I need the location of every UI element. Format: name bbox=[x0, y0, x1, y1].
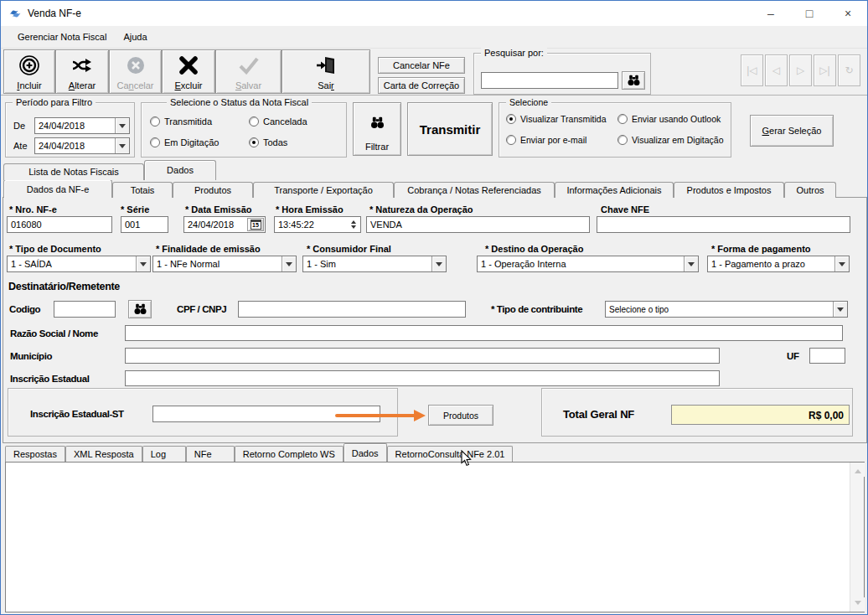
close-button[interactable]: × bbox=[829, 1, 867, 26]
tab-xml-resposta[interactable]: XML Resposta bbox=[65, 446, 142, 462]
tab-produtos[interactable]: Produtos bbox=[173, 182, 253, 198]
serie-input[interactable] bbox=[121, 216, 168, 233]
tab-lista-notas-fiscais[interactable]: Lista de Notas Fiscais bbox=[3, 163, 144, 180]
tab-dados[interactable]: Dados bbox=[144, 160, 216, 180]
tab-informacoes-adicionais[interactable]: Informações Adicionais bbox=[555, 182, 674, 198]
tab-log[interactable]: Log bbox=[142, 446, 186, 462]
vertical-scrollbar[interactable] bbox=[850, 463, 864, 612]
radio-icon bbox=[506, 135, 516, 145]
natureza-operacao-input[interactable] bbox=[366, 216, 590, 233]
cancelar-button[interactable]: Cancelar bbox=[109, 49, 162, 94]
alterar-button[interactable]: Alterar bbox=[55, 49, 109, 94]
tab-respostas[interactable]: Respostas bbox=[5, 446, 65, 462]
chevron-down-icon[interactable] bbox=[833, 302, 847, 317]
radio-icon bbox=[506, 114, 516, 124]
spin-up-icon[interactable] bbox=[347, 217, 360, 225]
chevron-down-icon[interactable] bbox=[136, 256, 150, 271]
main-tab-strip: Lista de Notas Fiscais Dados bbox=[3, 160, 216, 180]
ate-label: Ate bbox=[13, 141, 28, 151]
radio-enviar-email[interactable]: Enviar por e-mail bbox=[506, 135, 586, 145]
consumidor-final-select[interactable]: 1 - Sim bbox=[302, 256, 447, 272]
tipo-contribuinte-select[interactable]: Selecione o tipo bbox=[605, 301, 848, 318]
tab-outros[interactable]: Outros bbox=[784, 182, 836, 198]
tab-cobranca-notas-referenciadas[interactable]: Cobrança / Notas Referenciadas bbox=[394, 182, 555, 198]
chevron-down-icon[interactable] bbox=[834, 256, 849, 271]
chevron-down-icon[interactable] bbox=[115, 118, 129, 133]
codigo-label: Codigo bbox=[9, 304, 40, 314]
destino-operacao-select[interactable]: 1 - Operação Interna bbox=[477, 256, 699, 272]
radio-em-digitacao[interactable]: Em Digitação bbox=[150, 137, 219, 147]
radio-label: Em Digitação bbox=[164, 137, 219, 147]
add-circle-icon bbox=[18, 50, 40, 80]
date-from-picker[interactable]: 24/04/2018 bbox=[34, 117, 130, 134]
radio-icon bbox=[249, 137, 259, 147]
search-input[interactable] bbox=[481, 72, 618, 89]
nav-last-button[interactable]: ▷| bbox=[814, 54, 836, 86]
produtos-button[interactable]: Produtos bbox=[428, 405, 493, 426]
search-button[interactable] bbox=[622, 71, 645, 90]
total-geral-value: R$ 0,00 bbox=[671, 405, 850, 425]
uf-input[interactable] bbox=[809, 348, 845, 364]
nav-prior-button[interactable]: ◁ bbox=[765, 54, 788, 86]
tab-transporte-exportacao[interactable]: Transporte / Exportação bbox=[253, 182, 394, 198]
radio-transmitida[interactable]: Transmitida bbox=[150, 116, 212, 127]
radio-enviar-outlook[interactable]: Enviar usando Outlook bbox=[617, 114, 721, 124]
chevron-down-icon[interactable] bbox=[115, 138, 129, 153]
codigo-input[interactable] bbox=[54, 301, 116, 318]
spin-down-icon[interactable] bbox=[347, 225, 360, 232]
tab-retorno-completo-ws[interactable]: Retorno Completo WS bbox=[235, 446, 344, 462]
minimize-button[interactable]: – bbox=[752, 1, 790, 26]
scroll-up-icon[interactable] bbox=[850, 463, 865, 477]
menu-ajuda[interactable]: Ajuda bbox=[115, 28, 155, 45]
nav-first-button[interactable]: |◁ bbox=[741, 54, 763, 86]
de-label: De bbox=[13, 121, 25, 131]
sair-button[interactable]: Sair bbox=[282, 49, 370, 94]
tab-nfe[interactable]: NFe bbox=[186, 446, 235, 462]
calendar-picker-button[interactable]: 15 bbox=[247, 218, 264, 231]
chave-nfe-input[interactable] bbox=[597, 216, 850, 233]
radio-visualizar-transmitida[interactable]: Visualizar Transmitida bbox=[506, 114, 607, 124]
nav-refresh-button[interactable]: ↻ bbox=[838, 54, 860, 86]
radio-visualizar-digitacao[interactable]: Visualizar em Digitação bbox=[617, 135, 724, 145]
chevron-down-icon[interactable] bbox=[282, 256, 296, 271]
tab-dados-resposta[interactable]: Dados bbox=[344, 443, 387, 462]
codigo-lookup-button[interactable] bbox=[128, 300, 152, 318]
chevron-down-icon[interactable] bbox=[431, 256, 446, 271]
menu-bar: Gerenciar Nota Fiscal Ajuda bbox=[1, 26, 867, 48]
nav-next-button[interactable]: ▷ bbox=[789, 54, 812, 86]
response-output[interactable] bbox=[5, 462, 865, 612]
selecione-group: Selecione Visualizar Transmitida Enviar … bbox=[499, 102, 731, 158]
tab-dados-da-nfe[interactable]: Dados da NF-e bbox=[3, 179, 112, 198]
date-to-picker[interactable]: 24/04/2018 bbox=[34, 137, 130, 154]
filtrar-button[interactable]: Filtrar bbox=[353, 102, 401, 156]
cpf-cnpj-input[interactable] bbox=[238, 301, 466, 318]
finalidade-emissao-select[interactable]: 1 - NFe Normal bbox=[152, 256, 297, 272]
binoculars-icon bbox=[134, 303, 147, 315]
tab-retorno-consulta-nfe[interactable]: RetornoConsulta NFe 2.01 bbox=[387, 446, 514, 462]
excluir-button[interactable]: Excluir bbox=[162, 49, 215, 94]
forma-pagamento-select[interactable]: 1 - Pagamento a prazo bbox=[707, 256, 850, 272]
municipio-input[interactable] bbox=[125, 348, 720, 364]
nro-nfe-input[interactable] bbox=[7, 216, 112, 233]
radio-label: Enviar por e-mail bbox=[520, 135, 586, 145]
scroll-down-icon[interactable] bbox=[850, 597, 865, 612]
transmitir-button[interactable]: Transmitir bbox=[407, 102, 493, 156]
tab-produtos-e-impostos[interactable]: Produtos e Impostos bbox=[674, 182, 784, 198]
razao-social-input[interactable] bbox=[125, 325, 843, 341]
cancelar-nfe-button[interactable]: Cancelar NFe bbox=[378, 57, 465, 74]
tab-totais[interactable]: Totais bbox=[112, 182, 173, 198]
annotation-arrow-icon bbox=[335, 410, 427, 421]
chevron-down-icon[interactable] bbox=[684, 256, 698, 271]
inscricao-estadual-label: Inscrição Estadual bbox=[10, 374, 89, 384]
radio-cancelada[interactable]: Cancelada bbox=[249, 116, 307, 127]
radio-todas[interactable]: Todas bbox=[249, 137, 287, 147]
tipo-documento-select[interactable]: 1 - SAÍDA bbox=[7, 256, 151, 272]
time-spinner[interactable] bbox=[347, 217, 360, 232]
menu-gerenciar-nota-fiscal[interactable]: Gerenciar Nota Fiscal bbox=[9, 28, 115, 45]
maximize-button[interactable]: □ bbox=[790, 1, 829, 26]
carta-correcao-button[interactable]: Carta de Correção bbox=[378, 77, 465, 94]
salvar-button[interactable]: Salvar bbox=[215, 49, 282, 94]
gerar-selecao-button[interactable]: Gerar Seleção bbox=[750, 115, 834, 147]
incluir-button[interactable]: Incluir bbox=[3, 49, 55, 94]
inscricao-estadual-input[interactable] bbox=[125, 370, 720, 386]
